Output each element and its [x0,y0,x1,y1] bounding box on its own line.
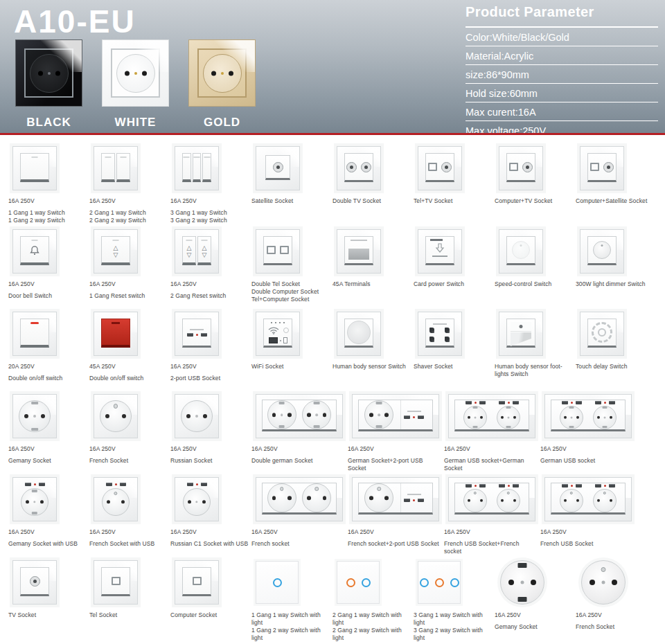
label-line [190,329,204,330]
led-row [271,322,285,323]
usb-port-icon [595,401,601,404]
product-label: Human body sensor Switch [332,363,411,370]
product-labels: Card power Switch [411,280,492,288]
product-labels: 16A 250VFrench USB Socket [538,528,634,548]
pin-hole [287,496,292,500]
product-labels: 16A 250V2 Gang 1 way Switch2 Gang 2 way … [87,197,168,224]
product-item: 16A 250VFrench USB Socket [538,474,634,548]
variant-label: BLACK [15,116,82,129]
product-labels: 20A 250VDouble on/off switch [6,363,87,382]
usb-row [269,337,287,343]
motion-sensor-dome [347,321,371,344]
wifi-row [267,326,289,334]
product-labels: 16A 250VRussian Socket [168,445,249,465]
product-label: 16A 250V [170,445,249,453]
product-image [249,143,330,193]
coax-connector-icon [30,576,40,587]
led-dot [283,322,285,323]
gloss-highlight [214,40,255,72]
german-socket-face [500,560,544,605]
faceplate [94,394,138,438]
french-socket-face [593,489,617,512]
product-labels: 16A 250VFrench socket+2-port USB Socket [345,528,441,548]
catalog-row: 16A 250VGemany Socket with USB16A 250VFr… [6,474,659,555]
indicator-dot [196,483,198,485]
pin-hole [564,415,567,418]
product-label: Computer+TV Socket [495,197,573,205]
pin-hole [122,414,126,418]
product-label: lights Switch [495,370,573,378]
socket-panel [182,319,211,348]
product-labels: 16A 250VFrench Socket [87,445,168,465]
usb-port-icon [576,484,582,488]
usb-port-icon [466,484,472,488]
center-screw [33,415,36,418]
parameter-table: Product Parameter Color:White/Black/Gold… [466,4,658,140]
usb-port-icon [39,483,45,486]
faceplate [256,146,300,190]
down-triangle-icon: ▽ [187,252,192,258]
socket-panel [101,567,130,596]
product-label: French socket [251,540,345,548]
rocker-key [101,319,130,348]
product-labels: Computer+Satellite Socket [573,197,654,205]
product-item: 16A 250VFrench USB Socket+French socket [441,474,538,555]
pin-hole [468,499,470,501]
touch-ring-blue [450,578,459,587]
face-wrapper [96,397,135,436]
product-label: 2 Gang 2 way Switch with light [332,627,411,642]
product-label: 2 Gang Reset switch [170,292,249,300]
product-image [538,391,634,441]
product-item: 45A 250VDouble on/off switch [87,309,168,382]
usb-port-row [562,484,582,488]
usb-port-icon [513,401,519,404]
socket-panel [262,400,337,431]
indicator-dot [604,402,606,404]
product-label: TV Socket [8,611,87,619]
pin-grid [429,328,451,342]
usb-port-icon [269,337,278,343]
center-screw [571,416,573,418]
pin-hole [501,499,504,501]
product-image [87,474,168,524]
coax-connector-icon [441,162,452,172]
pin-hole [384,496,389,500]
product-image [249,309,330,359]
usb-port-icon [595,484,601,488]
earth-clip [472,406,477,409]
product-label: French Socket [89,457,168,465]
usb-port-row [187,483,207,486]
french-socket-face [267,483,296,512]
red-divider [0,133,665,135]
product-label: Double on/off switch [89,375,168,382]
product-item: Human body sensor Switch [330,309,411,370]
usb-socket-half [593,401,617,429]
pin-slot [445,337,450,342]
product-label: 3 Gang 1 way Switch with light [414,611,492,627]
center-screw [195,415,198,418]
touch-ring-orange [435,578,444,587]
socket-panel [262,483,337,515]
product-label: 16A 250V [8,528,87,536]
faceplate [256,312,300,356]
indicator-dot [280,340,281,341]
product-label: 16A 250V [170,197,249,205]
product-item: △▽16A 250V1 Gang Reset switch [87,226,168,300]
earth-clip [376,425,382,428]
product-label: 3 Gang 1 way Switch [170,209,249,217]
rocker-key: △▽ [182,236,196,265]
product-label: 16A 250V [540,528,634,536]
center-screw [221,72,224,75]
led-dot [279,322,281,323]
parameter-title: Product Parameter [466,4,658,28]
socket-panel [587,319,617,348]
german-socket-face [267,400,296,429]
earth-pin [507,492,510,494]
touch-glass-plate [337,561,380,604]
led-dot [271,322,272,323]
indicator-mark [105,156,112,158]
faceplate [418,229,462,274]
pin-hole [188,500,191,503]
indicator-mark [194,156,200,158]
product-image [441,391,538,441]
